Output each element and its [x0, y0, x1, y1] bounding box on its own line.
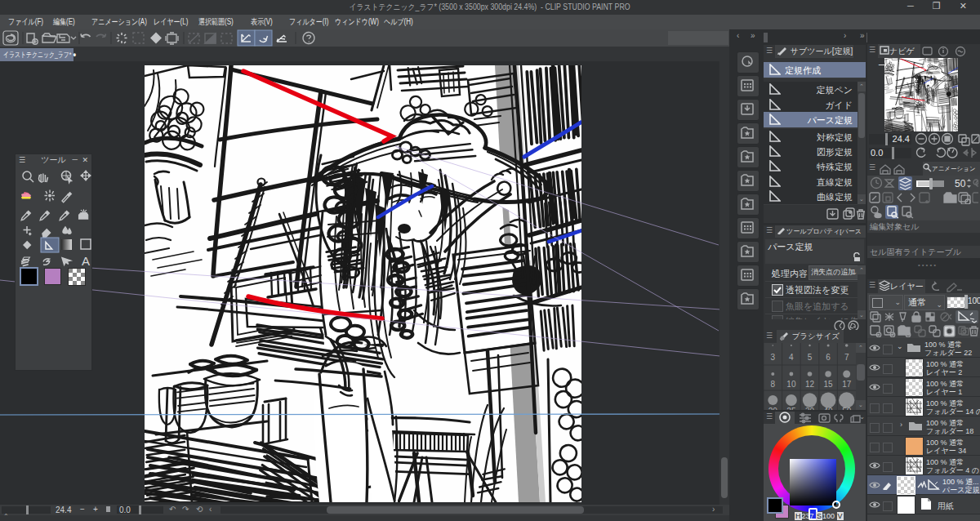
svg-text:50: 50 [955, 178, 966, 189]
svg-text:10: 10 [786, 380, 796, 389]
svg-text:12: 12 [805, 380, 815, 389]
svg-text:4: 4 [789, 353, 794, 362]
svg-text:6: 6 [826, 353, 831, 362]
svg-text:20: 20 [768, 407, 778, 410]
svg-text:17: 17 [842, 380, 852, 389]
svg-text:15: 15 [824, 380, 834, 389]
svg-text:30: 30 [805, 407, 815, 410]
svg-text:8: 8 [771, 380, 776, 389]
svg-text:7: 7 [844, 353, 849, 362]
svg-text:40: 40 [824, 407, 834, 410]
svg-text:50: 50 [842, 407, 852, 410]
svg-text:25: 25 [786, 407, 796, 410]
svg-text:5: 5 [808, 353, 813, 362]
svg-text:3: 3 [771, 353, 776, 362]
svg-text:A: A [82, 254, 90, 268]
